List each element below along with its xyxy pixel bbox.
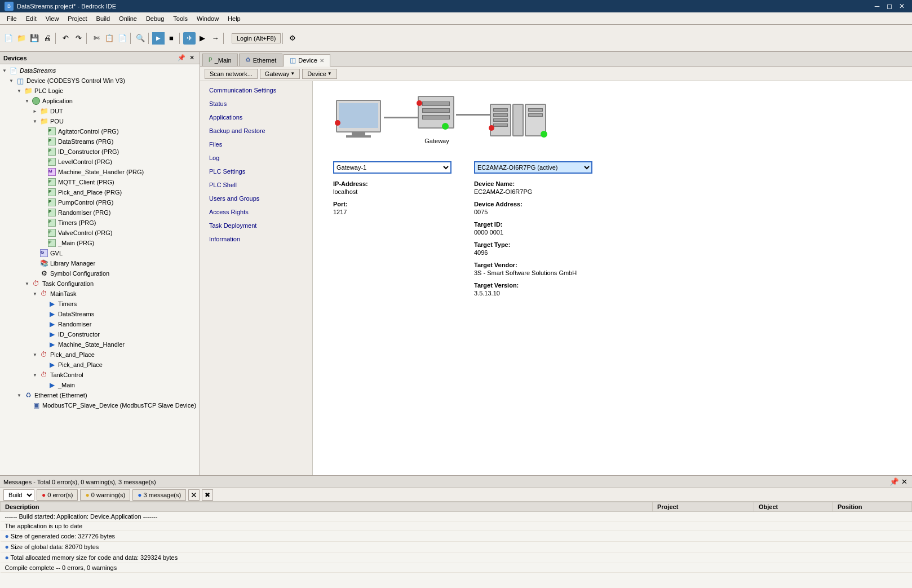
tab-main[interactable]: P _Main: [202, 54, 238, 66]
menu-plc-settings[interactable]: PLC Settings: [200, 165, 312, 178]
tree-item-pick-place-group[interactable]: ⏱ Pick_and_Place: [1, 350, 198, 360]
tab-ethernet[interactable]: ♻ Ethernet: [239, 54, 283, 66]
menu-backup-restore[interactable]: Backup and Restore: [200, 124, 312, 138]
tree-item-tankcontrol[interactable]: ⏱ TankControl: [1, 370, 198, 380]
devices-pin-button[interactable]: 📌: [177, 54, 186, 63]
tree-item-main-prg[interactable]: P _Main (PRG): [1, 238, 198, 248]
call-icon: ▶: [47, 320, 56, 329]
tree-item-task-config[interactable]: ⏱ Task Configuration: [1, 278, 198, 289]
tree-item-library-manager[interactable]: 📚 Library Manager: [1, 258, 198, 268]
stop-button[interactable]: ■: [165, 32, 178, 45]
tree-item-machine-state-call[interactable]: ▶ Machine_State_Handler: [1, 339, 198, 350]
menu-help[interactable]: Help: [223, 14, 245, 23]
online-btn[interactable]: ✈: [183, 32, 196, 45]
gateway-dropdown[interactable]: Gateway ▼: [260, 69, 300, 79]
build-button[interactable]: ▶: [152, 32, 165, 45]
save-button[interactable]: 💾: [28, 32, 41, 45]
tree-item-gvl[interactable]: G GVL: [1, 248, 198, 258]
tree-item-machine-state[interactable]: M Machine_State_Handler (PRG): [1, 167, 198, 177]
tree-item-ethernet[interactable]: ♻ Ethernet (Ethernet): [1, 390, 198, 400]
devices-close-button[interactable]: ✕: [187, 54, 196, 63]
tree-item-randomiser[interactable]: P Randomiser (PRG): [1, 207, 198, 218]
menu-project[interactable]: Project: [63, 14, 91, 23]
tab-device[interactable]: ◫ Device ✕: [284, 54, 330, 67]
tree-item-maintask[interactable]: ⏱ MainTask: [1, 289, 198, 299]
close-button[interactable]: ✕: [896, 2, 907, 11]
clear-messages-button[interactable]: ✕: [188, 489, 200, 501]
login-button[interactable]: Login (Alt+F8): [232, 33, 281, 43]
menu-applications[interactable]: Applications: [200, 110, 312, 124]
tree-item-mqtt[interactable]: P MQTT_Client (PRG): [1, 177, 198, 187]
tree-item-device-codesys[interactable]: ◫ Device (CODESYS Control Win V3): [1, 76, 198, 86]
open-button[interactable]: 📁: [15, 32, 28, 45]
redo-button[interactable]: ↷: [72, 32, 85, 45]
tree-item-agitator[interactable]: P AgitatorControl (PRG): [1, 126, 198, 136]
device-dropdown[interactable]: Device ▼: [302, 69, 337, 79]
menu-files[interactable]: Files: [200, 138, 312, 151]
menu-tools[interactable]: Tools: [169, 14, 192, 23]
tree-item-randomiser-call[interactable]: ▶ Randomiser: [1, 319, 198, 329]
tree-item-pou[interactable]: 📁 POU: [1, 116, 198, 126]
menu-comm-settings[interactable]: Communication Settings: [200, 83, 312, 97]
tree-item-datastreams[interactable]: 📄 DataStreams: [1, 65, 198, 76]
tree-label: PumpControl (PRG): [58, 199, 113, 206]
print-button[interactable]: 🖨: [41, 32, 54, 45]
menu-access-rights[interactable]: Access Rights: [200, 205, 312, 219]
tree-item-datastreams-prg[interactable]: P DataStreams (PRG): [1, 136, 198, 147]
tree-item-application[interactable]: Application: [1, 96, 198, 106]
tree-item-levelcontrol[interactable]: P LevelControl (PRG): [1, 157, 198, 167]
error-filter-button[interactable]: ● 0 error(s): [37, 489, 78, 501]
prg-icon: P: [47, 147, 56, 156]
menu-build[interactable]: Build: [92, 14, 114, 23]
tree-item-plc-logic[interactable]: 📁 PLC Logic: [1, 86, 198, 96]
warning-filter-button[interactable]: ● 0 warning(s): [80, 489, 130, 501]
maximize-button[interactable]: ◻: [884, 2, 895, 11]
tree-item-id-constructor-call[interactable]: ▶ ID_Constructor: [1, 329, 198, 339]
tree-item-dut[interactable]: 📁 DUT: [1, 106, 198, 116]
copy-button[interactable]: 📋: [103, 32, 116, 45]
debug-btn[interactable]: ▶: [196, 32, 209, 45]
menu-information[interactable]: Information: [200, 232, 312, 246]
tree-item-pumpcontrol[interactable]: P PumpControl (PRG): [1, 197, 198, 207]
scan-network-button[interactable]: Scan network...: [205, 69, 258, 79]
minimize-button[interactable]: ─: [871, 2, 883, 11]
tree-item-valvecontrol[interactable]: P ValveControl (PRG): [1, 228, 198, 238]
menu-window[interactable]: Window: [192, 14, 223, 23]
menu-log[interactable]: Log: [200, 151, 312, 165]
messages-pin-button[interactable]: 📌: [889, 478, 898, 487]
menu-file[interactable]: File: [2, 14, 21, 23]
messages-filter-select[interactable]: Build: [3, 489, 34, 501]
undo-button[interactable]: ↶: [59, 32, 72, 45]
tab-device-close[interactable]: ✕: [320, 58, 324, 64]
tree-item-pick-place-call[interactable]: ▶ Pick_and_Place: [1, 360, 198, 370]
step-over-btn[interactable]: →: [209, 32, 222, 45]
menu-plc-shell[interactable]: PLC Shell: [200, 178, 312, 192]
menu-debug[interactable]: Debug: [141, 14, 169, 23]
new-button[interactable]: 📄: [2, 32, 15, 45]
tree-item-modbus[interactable]: ▣ ModbusTCP_Slave_Device (ModbusTCP Slav…: [1, 400, 198, 410]
tree-item-timers-call[interactable]: ▶ Timers: [1, 299, 198, 309]
tree-item-datastreams-call[interactable]: ▶ DataStreams: [1, 309, 198, 319]
cut-button[interactable]: ✄: [90, 32, 103, 45]
find-button[interactable]: 🔍: [134, 32, 147, 45]
tree-item-timers[interactable]: P Timers (PRG): [1, 218, 198, 228]
messages-close-button[interactable]: ✕: [900, 478, 909, 487]
menu-online[interactable]: Online: [114, 14, 141, 23]
tree-item-main-call[interactable]: ▶ _Main: [1, 380, 198, 390]
menu-edit[interactable]: Edit: [21, 14, 41, 23]
tree-item-pick-place[interactable]: P Pick_and_Place (PRG): [1, 187, 198, 197]
sep3: [130, 33, 132, 44]
message-filter-button[interactable]: ● 3 message(s): [132, 489, 186, 501]
menu-task-deployment[interactable]: Task Deployment: [200, 219, 312, 232]
tree-item-symbol-config[interactable]: ⚙ Symbol Configuration: [1, 268, 198, 278]
menu-users-groups[interactable]: Users and Groups: [200, 192, 312, 205]
menu-status[interactable]: Status: [200, 97, 312, 110]
device-select[interactable]: EC2AMAZ-OI6R7PG (active): [474, 161, 592, 174]
title-controls[interactable]: ─ ◻ ✕: [871, 2, 907, 11]
tree-item-id-constructor[interactable]: P ID_Constructor (PRG): [1, 147, 198, 157]
clear-all-messages-button[interactable]: ✖: [202, 489, 213, 501]
menu-view[interactable]: View: [41, 14, 64, 23]
gateway-select[interactable]: Gateway-1: [333, 161, 451, 174]
paste-button[interactable]: 📄: [116, 32, 129, 45]
config-btn[interactable]: ⚙: [286, 32, 299, 45]
